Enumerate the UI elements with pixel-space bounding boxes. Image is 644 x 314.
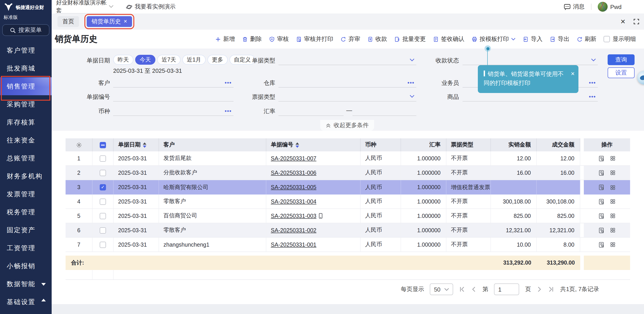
view-detail-icon[interactable] [598, 198, 604, 204]
query-button[interactable]: 查询 [608, 54, 634, 65]
customer-lookup[interactable]: ••• [113, 78, 234, 88]
currency-lookup[interactable]: ••• [113, 106, 234, 116]
toolbar-button-printer[interactable]: 按模板打印 [472, 35, 516, 43]
account-selector[interactable]: 好业财标准版演示帐套 [56, 0, 115, 13]
doc-link[interactable]: SA-20250331-006 [271, 170, 316, 176]
row-select-cell[interactable] [92, 166, 114, 180]
doc-link[interactable]: SA-20250331-007 [271, 155, 316, 162]
doc-no-input[interactable] [113, 92, 234, 102]
doc-type-select[interactable] [278, 55, 416, 65]
more-actions-icon[interactable] [610, 156, 616, 161]
tab-1[interactable]: 首页 [58, 16, 79, 27]
ellipsis-icon[interactable]: ••• [225, 79, 232, 86]
sort-desc-icon[interactable] [296, 145, 299, 148]
row-checkbox[interactable] [100, 198, 106, 204]
sidebar-item-13[interactable]: 小畅报销 [0, 257, 52, 275]
first-page-icon[interactable] [459, 286, 466, 292]
close-icon[interactable]: ✕ [571, 69, 575, 78]
sort-desc-icon[interactable] [143, 145, 146, 148]
toolbar-button-plus[interactable]: 新增 [215, 35, 235, 43]
doc-link[interactable]: SA-20250331-001 [271, 242, 316, 248]
collapse-more-filters[interactable]: 收起更多条件 [320, 120, 374, 131]
toolbar-button-import[interactable]: 导入 [523, 35, 542, 43]
sort-icons[interactable] [296, 142, 299, 148]
select-all-cell[interactable] [92, 138, 114, 152]
avatar[interactable] [598, 2, 608, 12]
invoice-type-select[interactable] [278, 92, 416, 102]
fullscreen-icon[interactable] [633, 18, 640, 25]
row-checkbox[interactable] [100, 242, 106, 248]
view-detail-icon[interactable] [598, 170, 604, 176]
page-size-select[interactable]: 50 [430, 284, 453, 295]
warehouse-lookup[interactable]: ••• [278, 78, 416, 88]
exchange-rate-to-input[interactable] [352, 106, 416, 116]
sort-asc-icon[interactable] [143, 142, 146, 144]
sidebar-item-8[interactable]: 财务多机构 [0, 167, 52, 185]
column-header-3[interactable]: 单据编号 [266, 138, 360, 152]
sidebar-item-9[interactable]: 发票管理 [0, 185, 52, 203]
row-select-cell[interactable] [92, 223, 114, 237]
tab-2[interactable]: 销货单历史✕ [87, 16, 132, 27]
sidebar-item-5[interactable]: 库存核算 [0, 113, 52, 131]
sidebar-item-4[interactable]: 采购管理 [0, 95, 52, 113]
messages-button[interactable]: 消息 [564, 3, 584, 11]
ellipsis-icon[interactable]: ••• [589, 79, 596, 86]
close-icon[interactable]: ✕ [124, 19, 127, 24]
toolbar-button-undo[interactable]: 弃审 [340, 35, 360, 43]
demo-link[interactable]: 我要看实例演示 [126, 3, 176, 11]
more-actions-icon[interactable] [610, 170, 616, 176]
row-checkbox[interactable] [100, 170, 106, 176]
sidebar-item-15[interactable]: 基础设置 [0, 293, 52, 311]
toolbar-button-money[interactable]: 收款 [367, 35, 387, 43]
sidebar-item-6[interactable]: 往来资金 [0, 131, 52, 149]
row-select-cell[interactable] [92, 238, 114, 252]
view-detail-icon[interactable] [598, 213, 604, 219]
row-select-cell[interactable] [92, 180, 114, 194]
date-pill-更多[interactable]: 更多 [208, 55, 228, 65]
ellipsis-icon[interactable]: ••• [589, 93, 596, 100]
sidebar-item-7[interactable]: 总账管理 [0, 149, 52, 167]
sidebar-item-2[interactable]: 批发商城 [0, 59, 52, 77]
goods-lookup[interactable]: ••• [462, 92, 598, 102]
more-actions-icon[interactable] [610, 198, 616, 204]
toolbar-button-trash[interactable]: 删除 [242, 35, 262, 43]
sort-icons[interactable] [143, 142, 146, 148]
toolbar-button-shield[interactable]: 审核 [269, 35, 289, 43]
row-select-cell[interactable] [92, 194, 114, 208]
sidebar-item-1[interactable]: 客户管理 [0, 41, 52, 59]
doc-link[interactable]: SA-20250331-005 [271, 184, 316, 190]
sidebar-item-11[interactable]: 固定资产 [0, 221, 52, 239]
search-menu[interactable]: 搜索菜单 [2, 24, 50, 36]
show-detail-checkbox[interactable] [604, 36, 610, 42]
ellipsis-icon[interactable]: ••• [225, 108, 232, 114]
date-pill-今天[interactable]: 今天 [135, 55, 156, 65]
toolbar-button-doc-print[interactable]: 审核并打印 [296, 35, 333, 43]
next-page-icon[interactable] [537, 286, 542, 292]
view-detail-icon[interactable] [598, 227, 604, 233]
view-detail-icon[interactable] [598, 242, 604, 248]
date-pill-近7天[interactable]: 近7天 [157, 55, 180, 65]
view-detail-icon[interactable] [598, 184, 604, 190]
more-actions-icon[interactable] [610, 242, 616, 248]
sidebar-item-3[interactable]: 销售管理 [0, 77, 52, 95]
view-detail-icon[interactable] [598, 155, 604, 162]
more-actions-icon[interactable] [610, 184, 616, 190]
sidebar-item-14[interactable]: 数据智能 [0, 275, 52, 293]
row-checkbox[interactable] [100, 213, 106, 219]
date-pill-昨天[interactable]: 昨天 [113, 55, 134, 65]
doc-link[interactable]: SA-20250331-002 [271, 227, 316, 233]
toolbar-button-refresh[interactable]: 刷新 [577, 35, 596, 43]
date-range-value[interactable]: 2025-03-31 至 2025-03-31 [113, 67, 182, 75]
doc-link[interactable]: SA-20250331-004 [271, 198, 316, 204]
sidebar-item-12[interactable]: 工资管理 [0, 239, 52, 257]
last-page-icon[interactable] [548, 286, 554, 292]
sidebar-item-16[interactable]: 基础信息 [0, 311, 52, 314]
column-settings-cell[interactable] [66, 138, 92, 152]
page-number-input[interactable] [494, 284, 520, 295]
sidebar-item-10[interactable]: 税务管理 [0, 203, 52, 221]
row-checkbox[interactable] [100, 184, 106, 190]
date-pill-近1月[interactable]: 近1月 [182, 55, 206, 65]
settings-button[interactable]: 设置 [608, 68, 634, 78]
close-icon[interactable]: ✕ [620, 18, 626, 25]
row-checkbox[interactable] [100, 155, 106, 162]
